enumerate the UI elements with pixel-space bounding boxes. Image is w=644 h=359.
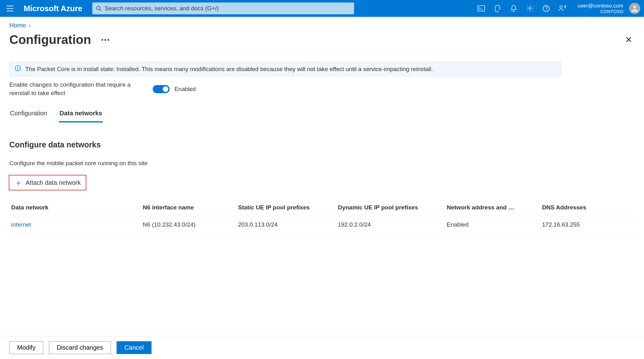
- notifications-icon[interactable]: [507, 0, 521, 17]
- brand-label[interactable]: Microsoft Azure: [24, 4, 82, 13]
- top-actions: user@contoso.com CONTOSO: [474, 0, 640, 17]
- cell-dns: 172.16.63.255: [542, 221, 633, 228]
- enable-changes-toggle[interactable]: [153, 85, 170, 93]
- breadcrumb: Home ›: [9, 22, 635, 29]
- table-row: internet N6 (10.232.43.0/24) 203.0.113.0…: [9, 216, 635, 233]
- cell-n6: N6 (10.232.43.0/24): [143, 221, 238, 228]
- hamburger-icon[interactable]: [4, 6, 16, 11]
- cell-static: 203.0.113.0/24: [238, 221, 338, 228]
- col-data-network[interactable]: Data network: [11, 204, 143, 211]
- avatar[interactable]: [629, 3, 640, 14]
- breadcrumb-home[interactable]: Home: [9, 22, 26, 29]
- svg-rect-2: [478, 6, 485, 11]
- col-static-prefixes[interactable]: Static UE IP pool prefixes: [238, 204, 338, 211]
- info-icon: [15, 65, 21, 73]
- section-title: Configure data networks: [9, 140, 635, 149]
- attach-data-network-button[interactable]: ＋ Attach data network: [9, 175, 86, 190]
- plus-icon: ＋: [14, 179, 22, 187]
- svg-point-4: [498, 10, 500, 12]
- help-icon[interactable]: [539, 0, 553, 17]
- user-block[interactable]: user@contoso.com CONTOSO: [578, 3, 623, 14]
- toggle-state-label: Enabled: [175, 86, 196, 93]
- user-tenant: CONTOSO: [600, 9, 623, 14]
- col-n6-interface[interactable]: N6 interface name: [143, 204, 238, 211]
- info-text: The Packet Core is in install state: Ins…: [25, 66, 433, 73]
- tabs: Configuration Data networks: [9, 108, 635, 123]
- toggle-label: Enable changes to configuration that req…: [9, 81, 134, 97]
- svg-line-1: [100, 9, 101, 11]
- global-search[interactable]: [92, 2, 354, 14]
- attach-button-label: Attach data network: [26, 179, 81, 186]
- table-header-row: Data network N6 interface name Static UE…: [9, 199, 635, 216]
- data-networks-table: Data network N6 interface name Static UE…: [9, 199, 635, 233]
- user-email: user@contoso.com: [578, 3, 623, 9]
- close-icon[interactable]: ✕: [622, 32, 635, 47]
- svg-point-9: [633, 5, 636, 8]
- tab-data-networks[interactable]: Data networks: [59, 108, 103, 122]
- col-dynamic-prefixes[interactable]: Dynamic UE IP pool prefixes: [338, 204, 447, 211]
- col-dns[interactable]: DNS Addresses: [542, 204, 633, 211]
- svg-point-0: [97, 6, 100, 10]
- cell-dynamic: 192.0.2.0/24: [338, 221, 447, 228]
- feedback-icon[interactable]: [555, 0, 570, 17]
- info-banner: The Packet Core is in install state: Ins…: [9, 62, 561, 76]
- svg-point-5: [529, 7, 531, 9]
- search-icon: [96, 6, 102, 11]
- search-input[interactable]: [104, 5, 350, 12]
- cell-nap: Enabled: [447, 221, 542, 228]
- chevron-right-icon: ›: [28, 22, 31, 29]
- data-network-link[interactable]: internet: [11, 221, 143, 228]
- copilot-icon[interactable]: [490, 0, 505, 17]
- page-title: Configuration: [9, 33, 91, 47]
- cloud-shell-icon[interactable]: [474, 0, 488, 17]
- section-desc: Configure the mobile packet core running…: [9, 160, 635, 167]
- more-actions-icon[interactable]: •••: [101, 36, 110, 44]
- settings-icon[interactable]: [523, 0, 537, 17]
- tab-configuration[interactable]: Configuration: [9, 108, 48, 122]
- svg-point-7: [546, 10, 546, 11]
- top-header: Microsoft Azure user@contoso.com CONTOSO: [0, 0, 644, 17]
- svg-point-8: [560, 6, 562, 8]
- svg-point-12: [17, 66, 18, 67]
- col-network-address[interactable]: Network address and …: [447, 204, 542, 211]
